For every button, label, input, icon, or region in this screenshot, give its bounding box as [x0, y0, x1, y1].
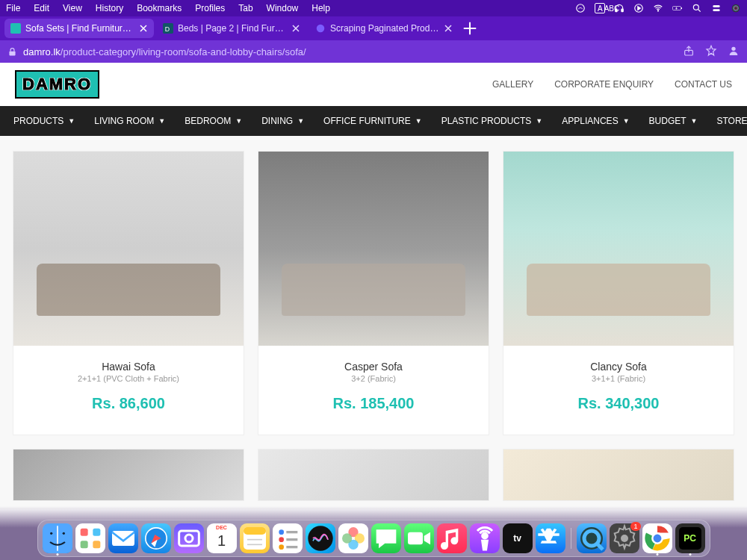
- product-subtitle: 3+1+1 (Fabric): [511, 374, 726, 383]
- product-price: Rs. 86,600: [21, 395, 236, 412]
- nav-budget[interactable]: BUDGET▼: [649, 116, 698, 126]
- svg-rect-13: [10, 23, 21, 34]
- dock-launchpad-icon[interactable]: [75, 523, 105, 553]
- menu-profiles[interactable]: Profiles: [195, 3, 225, 13]
- header-links: GALLERY CORPORATE ENQUIRY CONTACT US: [492, 79, 732, 90]
- nav-dining[interactable]: DINING▼: [261, 116, 304, 126]
- macos-menubar: File Edit View History Bookmarks Profile…: [0, 0, 747, 16]
- wifi-icon[interactable]: [653, 3, 663, 13]
- product-card[interactable]: Casper Sofa 3+2 (Fabric) Rs. 185,400: [258, 151, 489, 435]
- product-image: [503, 152, 734, 346]
- product-image: [258, 449, 489, 500]
- close-icon[interactable]: [139, 24, 148, 33]
- menu-file[interactable]: File: [6, 3, 20, 13]
- menu-history[interactable]: History: [96, 3, 123, 13]
- svg-point-7: [693, 4, 698, 10]
- new-tab-button[interactable]: [462, 20, 478, 37]
- svg-point-31: [185, 535, 193, 542]
- dock-messages-icon[interactable]: [371, 523, 401, 553]
- nav-store-locator[interactable]: STORE LOCATOR: [717, 116, 748, 126]
- svg-rect-8: [713, 5, 719, 7]
- product-card[interactable]: [503, 449, 734, 501]
- nav-office-furniture[interactable]: OFFICE FURNITURE▼: [323, 116, 422, 126]
- siri-icon[interactable]: [731, 3, 741, 13]
- header-link-contact[interactable]: CONTACT US: [675, 79, 732, 90]
- svg-rect-17: [9, 51, 15, 55]
- svg-point-48: [482, 533, 487, 538]
- close-icon[interactable]: [444, 24, 453, 33]
- dock-music-icon[interactable]: [437, 523, 467, 553]
- chevron-down-icon: ▼: [691, 117, 698, 125]
- browser-tab-1[interactable]: D Beds | Page 2 | Find Furniture a: [157, 19, 306, 38]
- menu-tab[interactable]: Tab: [238, 3, 252, 13]
- browser-url-bar[interactable]: damro.lk/product-category/living-room/so…: [0, 40, 747, 63]
- badge: 1: [630, 522, 640, 531]
- svg-rect-30: [179, 531, 199, 546]
- product-card[interactable]: Hawai Sofa 2+1+1 (PVC Cloth + Fabric) Rs…: [13, 151, 244, 435]
- chevron-down-icon: ▼: [623, 117, 630, 125]
- url-text: damro.lk/product-category/living-room/so…: [23, 46, 677, 57]
- dock-mail-icon[interactable]: [108, 523, 138, 553]
- headphones-icon[interactable]: [614, 3, 624, 13]
- dock-siri-icon[interactable]: [306, 523, 335, 553]
- dock-photos-icon[interactable]: [338, 523, 368, 553]
- nav-living-room[interactable]: LIVING ROOM▼: [94, 116, 165, 126]
- browser-tab-0[interactable]: Sofa Sets | Find Furniture and: [4, 19, 154, 38]
- nav-bedroom[interactable]: BEDROOM▼: [185, 116, 242, 126]
- dock-podcasts-icon[interactable]: [470, 523, 500, 553]
- header-link-corporate[interactable]: CORPORATE ENQUIRY: [554, 79, 654, 90]
- dock-reminders-icon[interactable]: [273, 523, 303, 553]
- dock-safari-icon[interactable]: [141, 523, 171, 553]
- product-card[interactable]: [258, 449, 489, 501]
- svg-point-0: [577, 4, 585, 13]
- svg-rect-2: [622, 9, 623, 12]
- dock-notes-icon[interactable]: [240, 523, 270, 553]
- product-name: Clancy Sofa: [511, 361, 726, 373]
- dock-appstore-icon[interactable]: [536, 523, 565, 553]
- dock-calendar-icon[interactable]: DEC1: [207, 523, 237, 553]
- search-icon[interactable]: [692, 3, 702, 13]
- play-icon[interactable]: [633, 3, 644, 13]
- dock-facetime-icon[interactable]: [404, 523, 434, 553]
- dock-pycharm-icon[interactable]: PC: [675, 523, 705, 553]
- menu-view[interactable]: View: [63, 3, 82, 13]
- product-card[interactable]: [13, 449, 244, 501]
- menu-window[interactable]: Window: [267, 3, 299, 13]
- profile-icon[interactable]: [728, 45, 740, 59]
- dock-screenshot-icon[interactable]: [174, 523, 204, 553]
- nav-products[interactable]: PRODUCTS▼: [13, 116, 75, 126]
- product-card[interactable]: Clancy Sofa 3+1+1 (Fabric) Rs. 340,300: [503, 151, 734, 435]
- battery-icon[interactable]: [672, 3, 683, 13]
- svg-point-37: [279, 537, 284, 542]
- tab-title: Scraping Paginated Product da: [330, 23, 439, 34]
- browser-tab-2[interactable]: Scraping Paginated Product da: [309, 19, 459, 38]
- favicon-icon: [10, 23, 21, 34]
- header-link-gallery[interactable]: GALLERY: [492, 79, 533, 90]
- product-image: [13, 449, 244, 500]
- menu-edit[interactable]: Edit: [34, 3, 49, 13]
- browser-tab-strip: Sofa Sets | Find Furniture and D Beds | …: [0, 16, 747, 40]
- brand-logo[interactable]: DAMRO: [15, 70, 99, 99]
- dock-settings-icon[interactable]: 1: [610, 523, 639, 553]
- product-price: Rs. 185,400: [266, 395, 481, 412]
- share-icon[interactable]: [683, 45, 695, 59]
- dock-appletv-icon[interactable]: tv: [503, 523, 533, 553]
- menu-help[interactable]: Help: [311, 3, 330, 13]
- dock-quicktime-icon[interactable]: [577, 523, 607, 553]
- main-nav: PRODUCTS▼ LIVING ROOM▼ BEDROOM▼ DINING▼ …: [0, 106, 747, 136]
- control-center-icon[interactable]: [711, 3, 722, 13]
- menu-bookmarks[interactable]: Bookmarks: [137, 3, 182, 13]
- dock-chrome-icon[interactable]: [642, 523, 672, 553]
- dock-finder-icon[interactable]: [43, 523, 72, 553]
- svg-rect-25: [80, 541, 87, 548]
- svg-point-19: [731, 46, 735, 50]
- product-subtitle: 3+2 (Fabric): [266, 374, 481, 383]
- close-icon[interactable]: [291, 24, 300, 33]
- svg-rect-6: [681, 7, 682, 9]
- nav-appliances[interactable]: APPLIANCES▼: [562, 116, 629, 126]
- input-source-icon[interactable]: AABC: [595, 3, 605, 13]
- bookmark-icon[interactable]: [705, 45, 717, 59]
- creative-cloud-icon[interactable]: [575, 3, 586, 13]
- nav-plastic-products[interactable]: PLASTIC PRODUCTS▼: [441, 116, 543, 126]
- chevron-down-icon: ▼: [158, 117, 165, 125]
